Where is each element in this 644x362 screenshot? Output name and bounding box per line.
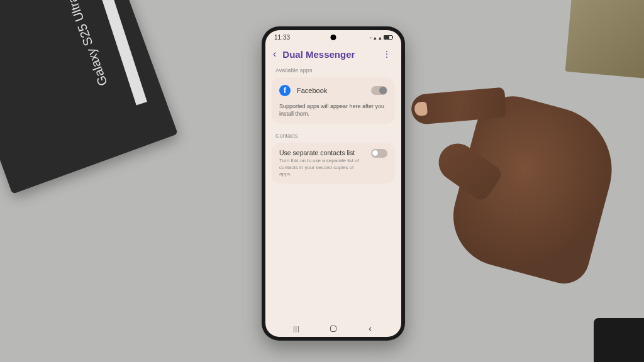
background-object-right	[565, 0, 644, 79]
back-button[interactable]: ‹	[273, 48, 276, 60]
background-object-bottom	[594, 318, 644, 362]
contacts-card: Use separate contacts list Turn this on …	[272, 143, 395, 184]
facebook-icon: f	[279, 85, 291, 96]
navigation-bar	[265, 324, 401, 333]
contacts-toggle[interactable]	[371, 149, 387, 158]
product-box-label: Galaxy S25 Ultra	[64, 0, 110, 88]
human-hand	[399, 57, 587, 321]
contacts-text-wrap: Use separate contacts list Turn this on …	[279, 149, 366, 177]
settings-header: ‹ Dual Messenger ⋮	[265, 42, 401, 65]
phone-device: 11:33 ◦ ▴ ▴ ‹ Dual Messenger ⋮ Available…	[262, 26, 405, 341]
product-box-stripe	[97, 0, 147, 106]
page-title: Dual Messenger	[282, 49, 374, 60]
status-icons: ◦ ▴ ▴	[370, 35, 392, 41]
facebook-toggle[interactable]	[371, 86, 387, 95]
toggle-knob	[372, 150, 379, 156]
app-row-facebook[interactable]: f Facebook	[279, 84, 387, 101]
phone-screen: 11:33 ◦ ▴ ▴ ‹ Dual Messenger ⋮ Available…	[265, 30, 401, 337]
camera-cutout	[331, 35, 336, 40]
nav-recents-button[interactable]	[292, 324, 301, 333]
signal-icon-2: ▴	[379, 35, 382, 41]
nav-home-button[interactable]	[329, 324, 338, 333]
signal-icon: ▴	[374, 35, 377, 41]
toggle-knob	[379, 87, 387, 94]
product-box: Galaxy S25 Ultra	[0, 0, 178, 194]
nav-back-button[interactable]	[366, 324, 375, 333]
contacts-title: Use separate contacts list	[279, 149, 366, 156]
available-apps-label: Available apps	[272, 65, 395, 77]
battery-icon	[384, 35, 392, 40]
contacts-label: Contacts	[272, 130, 395, 143]
more-options-button[interactable]: ⋮	[380, 49, 394, 59]
contacts-row[interactable]: Use separate contacts list Turn this on …	[279, 149, 387, 177]
wifi-icon: ◦	[370, 35, 372, 41]
app-name-label: Facebook	[297, 87, 365, 94]
contacts-subtitle: Turn this on to use a separate list of c…	[279, 158, 366, 177]
settings-content: Available apps f Facebook Supported apps…	[265, 65, 401, 184]
available-apps-help-text: Supported apps will appear here after yo…	[279, 101, 387, 118]
status-time: 11:33	[274, 34, 290, 41]
available-apps-card: f Facebook Supported apps will appear he…	[272, 77, 395, 124]
